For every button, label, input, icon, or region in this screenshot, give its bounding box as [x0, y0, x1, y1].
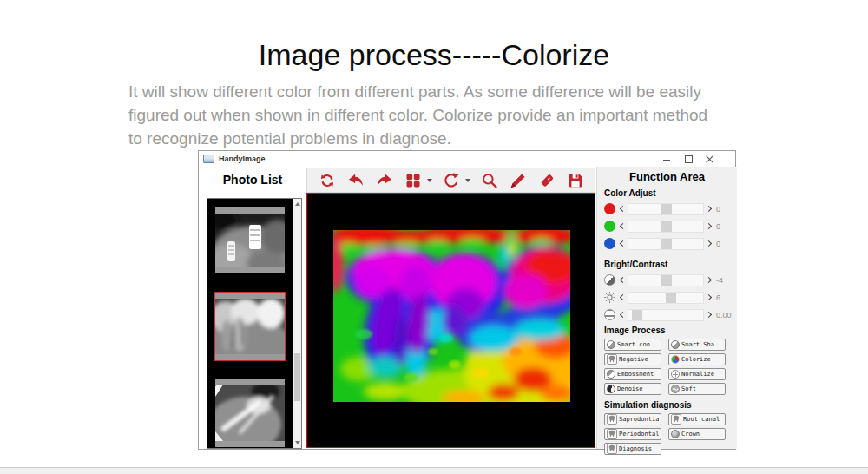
blue-slider	[621, 238, 711, 250]
brightness-value: 6	[716, 293, 720, 302]
scrollbar-thumb[interactable]	[294, 353, 300, 401]
blue-channel-slider-row: 0	[604, 236, 730, 251]
colorize-button[interactable]: Colorize	[668, 353, 726, 365]
slider-thumb[interactable]	[661, 204, 672, 214]
refresh-icon[interactable]	[318, 171, 337, 190]
tooth-icon	[607, 414, 617, 425]
save-icon[interactable]	[566, 171, 585, 190]
half-circle-icon	[671, 340, 680, 349]
scroll-down-icon[interactable]	[295, 441, 300, 444]
page: Image process-----Colorize It will show …	[0, 0, 868, 474]
slider-track[interactable]	[628, 203, 704, 215]
page-description: It will show different color from differ…	[128, 80, 814, 150]
photo-listbox	[207, 198, 302, 449]
window-title: HandyImage	[219, 155, 266, 163]
saprodontia-button[interactable]: Saprodontia	[604, 413, 661, 425]
simulation-diagnosis-buttons: Saprodontia Root canal Periodontal	[604, 413, 730, 455]
undo-icon[interactable]	[346, 171, 365, 190]
slider-right-arrow-icon[interactable]	[706, 294, 712, 300]
rotate-icon[interactable]	[442, 171, 461, 190]
slider-track[interactable]	[628, 238, 704, 250]
layout-grid-icon[interactable]	[404, 171, 423, 190]
soft-button[interactable]: Soft	[668, 383, 726, 395]
contrast-icon	[604, 274, 615, 286]
slider-thumb[interactable]	[632, 310, 642, 320]
red-channel-slider-row: 0	[604, 201, 730, 216]
slider-right-arrow-icon[interactable]	[706, 312, 712, 318]
photo-list-panel: Photo List	[199, 167, 306, 449]
color-adjust-label: Color Adjust	[604, 188, 730, 198]
slider-track[interactable]	[628, 274, 704, 286]
button-label: Smart Sha...	[681, 341, 723, 348]
image-process-buttons: Smart con... Smart Sha... Negative	[604, 339, 730, 395]
slider-right-arrow-icon[interactable]	[706, 223, 712, 229]
tooth-icon	[607, 444, 617, 454]
green-slider	[621, 221, 711, 233]
periodontal-button[interactable]: Periodontal	[604, 428, 661, 440]
denoise-button[interactable]: Denoise	[604, 383, 661, 395]
gamma-value: 0.00	[716, 311, 732, 319]
button-label: Crown	[681, 431, 700, 438]
contrast-slider	[621, 274, 711, 286]
implant-xray-image	[215, 207, 285, 273]
function-area-panel: Function Area Color Adjust 0	[596, 167, 737, 449]
thumbnail-molar-xray-selected[interactable]	[215, 293, 285, 360]
layout-grid-dropdown-icon[interactable]	[427, 179, 432, 182]
button-label: Denoise	[617, 385, 643, 392]
red-slider-value: 0	[716, 205, 720, 214]
rotate-dropdown-icon[interactable]	[465, 179, 470, 182]
scroll-up-icon[interactable]	[295, 202, 300, 206]
zoom-icon[interactable]	[480, 171, 499, 190]
smart-sharpen-button[interactable]: Smart Sha...	[668, 339, 726, 351]
thumbnail-instrument-xray[interactable]	[215, 379, 285, 447]
slider-thumb[interactable]	[666, 293, 676, 303]
close-button[interactable]	[706, 155, 714, 163]
app-logo-icon	[203, 155, 214, 163]
slider-right-arrow-icon[interactable]	[706, 240, 712, 247]
slider-left-arrow-icon[interactable]	[620, 294, 626, 300]
slider-track[interactable]	[628, 221, 704, 233]
tag-icon[interactable]	[537, 171, 556, 190]
slider-right-arrow-icon[interactable]	[706, 206, 712, 212]
slider-track[interactable]	[628, 292, 704, 304]
diagnosis-button[interactable]: Diagnosis	[604, 443, 661, 455]
slider-thumb[interactable]	[661, 275, 672, 286]
description-line: figured out when shown in different colo…	[128, 103, 814, 127]
crown-button[interactable]: Crown	[668, 428, 726, 440]
description-line: It will show different color from differ…	[128, 80, 814, 103]
brightness-icon	[604, 292, 615, 303]
smart-contrast-button[interactable]: Smart con...	[604, 339, 661, 351]
button-label: Saprodontia	[619, 416, 659, 423]
handyimage-window: HandyImage Photo List	[198, 150, 736, 450]
brightness-slider-row: 6	[604, 290, 730, 305]
half-circle-icon	[607, 340, 615, 349]
embossment-button[interactable]: Embossment	[604, 368, 661, 380]
thumbnail-implant-xray[interactable]	[215, 207, 285, 273]
button-label: Root canal	[683, 416, 720, 423]
window-titlebar: HandyImage	[199, 151, 735, 167]
slider-thumb[interactable]	[661, 221, 672, 232]
slider-thumb[interactable]	[661, 239, 672, 249]
button-label: Negative	[619, 356, 648, 363]
slider-track[interactable]	[628, 309, 704, 321]
slider-right-arrow-icon[interactable]	[706, 277, 712, 283]
normalize-button[interactable]: Normalize	[668, 368, 726, 380]
pen-icon[interactable]	[509, 171, 528, 190]
maximize-button[interactable]	[684, 155, 693, 163]
slider-left-arrow-icon[interactable]	[620, 240, 626, 247]
button-label: Diagnosis	[619, 445, 652, 452]
slider-left-arrow-icon[interactable]	[620, 277, 626, 283]
function-area-title: Function Area	[604, 170, 730, 183]
emboss-circle-icon	[607, 370, 615, 379]
minimize-button[interactable]	[662, 155, 671, 163]
slider-left-arrow-icon[interactable]	[620, 312, 626, 318]
slider-left-arrow-icon[interactable]	[620, 223, 626, 229]
root-canal-button[interactable]: Root canal	[668, 413, 726, 425]
redo-icon[interactable]	[375, 171, 394, 190]
button-label: Embossment	[617, 371, 654, 378]
negative-button[interactable]: Negative	[604, 353, 661, 365]
image-canvas	[306, 193, 595, 448]
photo-list-scrollbar[interactable]	[293, 199, 301, 448]
slider-left-arrow-icon[interactable]	[620, 206, 626, 212]
button-label: Colorize	[681, 356, 711, 363]
